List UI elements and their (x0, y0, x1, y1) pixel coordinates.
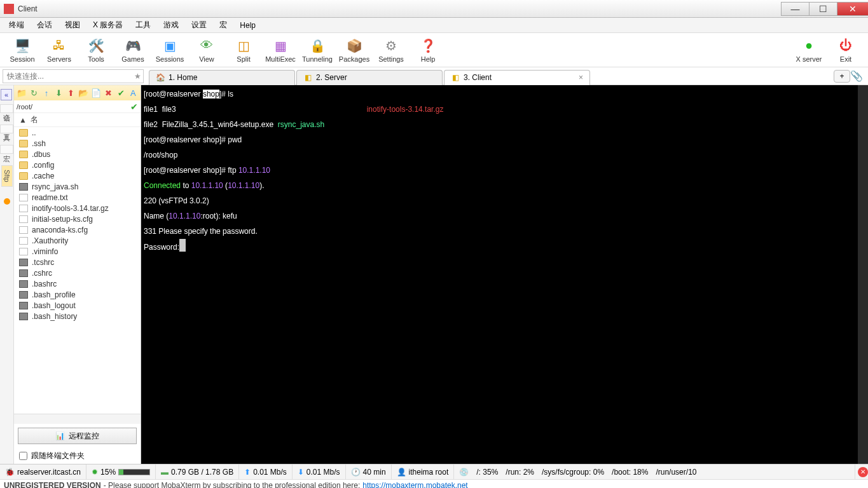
file-icon (19, 237, 28, 245)
file-item[interactable]: inotify-tools-3.14.tar.gz (14, 203, 141, 214)
file-item[interactable]: .viminfo (14, 246, 141, 257)
sbtool-7[interactable]: ✖ (104, 88, 113, 98)
menubar: 终端会话视图X 服务器工具游戏设置宏Help (0, 18, 868, 33)
sbtool-4[interactable]: ⬆ (66, 88, 76, 98)
leftstrip-dot-icon[interactable] (4, 198, 10, 205)
toolbar-games[interactable]: 🎮Games (114, 34, 151, 66)
file-icon (19, 269, 28, 277)
file-item[interactable]: .tcshrc (14, 257, 141, 268)
file-item[interactable]: .config (14, 159, 141, 170)
file-item[interactable]: .dbus (14, 149, 141, 159)
toolbar-sessions[interactable]: ▣Sessions (151, 34, 188, 66)
disk-usage: /boot: 18% (612, 468, 648, 477)
exit-icon: ⏻ (837, 37, 854, 54)
close-button[interactable]: ✕ (837, 2, 868, 16)
output: 220 (vsFTPd 3.0.2) (144, 196, 209, 205)
tab-2-Server[interactable]: ◧2. Server (296, 70, 443, 85)
file-item[interactable]: .ssh (14, 138, 141, 149)
collapse-sidebar-button[interactable]: « (1, 89, 12, 100)
leftstrip-宏[interactable]: 宏 (0, 145, 13, 154)
sftp-sidebar: 📁↻↑⬇⬆📂📄✖✔A ✔ ▲ 名 ...ssh.dbus.config.cach… (14, 85, 141, 464)
file-item[interactable]: .bash_history (14, 311, 141, 322)
leftstrip-Sftp[interactable]: Sftp (1, 165, 13, 187)
toolbar-servers[interactable]: 🖧Servers (41, 34, 78, 66)
minimize-button[interactable]: — (781, 2, 809, 16)
tab-close-icon[interactable]: × (579, 73, 583, 82)
sbtool-0[interactable]: 📁 (17, 88, 27, 98)
menu-终端[interactable]: 终端 (4, 18, 29, 32)
menu-设置[interactable]: 设置 (186, 18, 212, 32)
games-icon: 🎮 (125, 37, 141, 54)
favorite-icon[interactable]: ★ (132, 72, 143, 81)
file-item[interactable]: .bash_logout (14, 300, 141, 311)
sbtool-9[interactable]: A (128, 88, 138, 98)
file-icon (19, 313, 28, 320)
sbtool-3[interactable]: ⬇ (54, 88, 64, 98)
tab-1-Home[interactable]: 🏠1. Home (149, 70, 295, 85)
toolbar-multiexec[interactable]: ▦MultiExec (262, 34, 299, 66)
menu-工具[interactable]: 工具 (130, 18, 156, 32)
sidebar-hscroll[interactable] (14, 414, 141, 424)
file-icon (19, 183, 28, 191)
status-close-button[interactable]: ✕ (858, 467, 868, 477)
toolbar-session[interactable]: 🖥️Session (4, 34, 41, 66)
sbtool-1[interactable]: ↻ (29, 88, 39, 98)
file-item[interactable]: .. (14, 127, 141, 138)
packages-icon: 📦 (346, 37, 362, 54)
name-column: 名 (31, 114, 38, 125)
file-item[interactable]: anaconda-ks.cfg (14, 224, 141, 235)
file-icon (19, 302, 28, 309)
toolbar-help[interactable]: ❓Help (410, 34, 446, 66)
toolbar-exit[interactable]: ⏻Exit (827, 34, 864, 66)
menu-游戏[interactable]: 游戏 (158, 18, 184, 32)
toolbar-packages[interactable]: 📦Packages (336, 34, 373, 66)
file-item[interactable]: .bash_profile (14, 289, 141, 300)
tab-icon: ◧ (303, 73, 312, 82)
follow-terminal-row: 跟随终端文件夹 (14, 448, 141, 464)
folder-icon (19, 151, 28, 158)
menu-宏[interactable]: 宏 (214, 18, 232, 32)
leftstrip-会话[interactable]: 会话 (0, 104, 13, 113)
terminal-scrollbar[interactable] (858, 85, 868, 464)
file-executable: rsync_java.sh (278, 120, 324, 129)
toolbar-view[interactable]: 👁View (188, 34, 225, 66)
toolbar-tunneling[interactable]: 🔒Tunneling (299, 34, 336, 66)
maximize-button[interactable]: ☐ (809, 2, 837, 16)
terminal[interactable]: [root@realserver shop]# ls file1 file3in… (141, 85, 868, 464)
file-list-header[interactable]: ▲ 名 (14, 113, 141, 127)
quick-connect-input[interactable] (3, 72, 132, 81)
sbtool-8[interactable]: ✔ (116, 88, 125, 98)
file-item[interactable]: .cache (14, 170, 141, 181)
sbtool-6[interactable]: 📄 (91, 88, 101, 98)
file-item[interactable]: .bashrc (14, 278, 141, 289)
add-tab-button[interactable]: + (834, 70, 850, 83)
sbtool-5[interactable]: 📂 (78, 88, 88, 98)
status-host: 🐞realserver.itcast.cn (0, 464, 86, 479)
tab-3-Client[interactable]: ◧3. Client× (444, 70, 590, 85)
sbtool-2[interactable]: ↑ (41, 88, 51, 98)
file-item[interactable]: initial-setup-ks.cfg (14, 214, 141, 224)
remote-monitor-button[interactable]: 📊 远程监控 (18, 428, 137, 444)
unreg-link[interactable]: https://mobaxterm.mobatek.net (362, 481, 467, 489)
menu-会话[interactable]: 会话 (32, 18, 57, 32)
leftstrip-工具[interactable]: 工具 (0, 125, 13, 133)
file-item[interactable]: .Xauthority (14, 235, 141, 246)
unreg-label: UNREGISTERED VERSION (4, 481, 101, 489)
menu-Help[interactable]: Help (235, 20, 261, 31)
quick-connect[interactable]: ★ (3, 69, 144, 83)
toolbar-split[interactable]: ◫Split (225, 34, 262, 66)
follow-terminal-checkbox[interactable] (19, 452, 27, 460)
menu-X 服务器[interactable]: X 服务器 (88, 18, 128, 32)
folder-icon (19, 129, 28, 137)
file-item[interactable]: .cshrc (14, 268, 141, 278)
file-item[interactable]: rsync_java.sh (14, 181, 141, 192)
file-item[interactable]: readme.txt (14, 192, 141, 203)
path-input[interactable] (17, 103, 128, 111)
menu-视图[interactable]: 视图 (60, 18, 85, 32)
toolbar-settings[interactable]: ⚙Settings (373, 34, 410, 66)
toolbar-x server[interactable]: ●X server (790, 34, 827, 66)
prompt: [root@realserver (144, 90, 203, 98)
toolbar-tools[interactable]: 🛠️Tools (78, 34, 114, 66)
status-bar: 🐞realserver.itcast.cn ✹15% ▬0.79 GB / 1.… (0, 464, 868, 479)
paperclip-icon[interactable]: 📎 (850, 70, 863, 82)
